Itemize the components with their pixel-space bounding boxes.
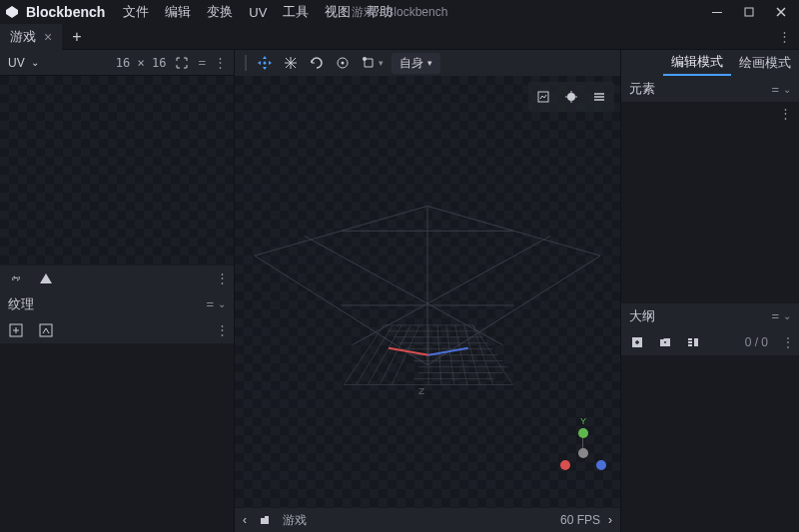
- mode-tabs: 编辑模式 绘画模式: [621, 50, 799, 76]
- outline-count: 0 / 0: [745, 335, 768, 349]
- texture-list: [0, 343, 234, 533]
- project-tab-active[interactable]: 游戏 ×: [0, 24, 62, 50]
- outline-more-icon[interactable]: ⋮: [782, 335, 793, 349]
- tab-close-icon[interactable]: ×: [44, 29, 52, 45]
- viewport-3d[interactable]: Z Y: [235, 76, 620, 508]
- close-button[interactable]: [767, 2, 795, 22]
- svg-point-7: [363, 57, 367, 61]
- menu-tools[interactable]: 工具: [275, 3, 317, 21]
- move-tool-icon[interactable]: [253, 51, 277, 75]
- pivot-tool-icon[interactable]: [331, 51, 355, 75]
- history-back-icon[interactable]: ‹: [243, 513, 247, 527]
- texture-panel-header[interactable]: 纹理 = ⌄: [0, 291, 234, 317]
- main-toolbar: ▾ 自身 ▾: [235, 50, 620, 76]
- maximize-button[interactable]: [735, 2, 763, 22]
- texture-more-icon[interactable]: ⋮: [216, 322, 228, 337]
- texture-caret-icon[interactable]: ⌄: [218, 298, 226, 309]
- statusbar: ‹ 游戏 60 FPS ›: [235, 508, 620, 532]
- vertex-dropdown-icon[interactable]: ▾: [379, 58, 384, 68]
- shading-icon[interactable]: [559, 85, 583, 109]
- axis-label-z: Z: [418, 385, 424, 396]
- menu-uv[interactable]: UV: [241, 5, 275, 20]
- pivot-label: 自身: [400, 55, 423, 72]
- vertex-tool-icon[interactable]: [357, 51, 381, 75]
- import-texture-icon[interactable]: [36, 320, 56, 340]
- elements-tools: ⋮: [621, 102, 799, 126]
- uv-canvas[interactable]: [0, 76, 234, 266]
- texture-eq-icon[interactable]: =: [206, 296, 214, 311]
- svg-point-6: [342, 62, 345, 65]
- warning-icon[interactable]: [36, 268, 56, 288]
- tab-overflow-icon[interactable]: ⋮: [770, 29, 799, 44]
- svg-point-4: [264, 62, 267, 65]
- outline-toolbar: 0 / 0 ⋮: [621, 329, 799, 355]
- svg-rect-14: [688, 341, 692, 343]
- outline-list: [621, 355, 799, 533]
- elements-caret-icon[interactable]: ⌄: [783, 84, 791, 95]
- link-icon[interactable]: [6, 268, 26, 288]
- pivot-caret-icon: ▾: [427, 58, 432, 68]
- texture-toolbar: ⋮: [0, 317, 234, 343]
- svg-rect-13: [688, 338, 692, 340]
- screenshot-icon[interactable]: [531, 85, 555, 109]
- app-name: Blockbench: [26, 4, 105, 20]
- toolbar-separator: [245, 55, 247, 71]
- elements-more-icon[interactable]: ⋮: [779, 106, 791, 122]
- uv-more-icon[interactable]: ⋮: [214, 55, 226, 70]
- window-title: 游戏 - Blockbench: [352, 4, 448, 21]
- elements-list: [621, 126, 799, 303]
- tab-label: 游戏: [10, 28, 36, 46]
- add-group-icon[interactable]: [655, 332, 675, 352]
- outline-title: 大纲: [629, 307, 655, 325]
- svg-point-11: [567, 93, 575, 101]
- project-icon: [255, 510, 275, 530]
- elements-title: 元素: [629, 80, 655, 98]
- outline-panel-header[interactable]: 大纲 = ⌄: [621, 303, 799, 329]
- uv-label: UV: [8, 56, 25, 70]
- app-logo: [4, 4, 20, 20]
- history-forward-icon[interactable]: ›: [608, 513, 612, 527]
- project-tabs: 游戏 × + ⋮: [0, 24, 799, 50]
- svg-rect-16: [694, 338, 698, 346]
- menu-edit[interactable]: 编辑: [157, 3, 199, 21]
- svg-rect-3: [40, 324, 52, 336]
- add-texture-icon[interactable]: [6, 320, 26, 340]
- uv-eq-icon[interactable]: =: [198, 55, 206, 70]
- rotate-tool-icon[interactable]: [305, 51, 329, 75]
- svg-rect-15: [688, 344, 692, 346]
- uv-tools: ⋮: [0, 266, 234, 291]
- uv-dimensions: 16 × 16: [116, 56, 167, 70]
- minimize-button[interactable]: [703, 2, 731, 22]
- uv-toolbar: UV ⌄ 16 × 16 = ⋮: [0, 50, 234, 76]
- toggle-list-icon[interactable]: [683, 332, 703, 352]
- outline-caret-icon[interactable]: ⌄: [783, 310, 791, 321]
- menu-transform[interactable]: 变换: [199, 3, 241, 21]
- fullscreen-icon[interactable]: [172, 53, 192, 73]
- pivot-selector[interactable]: 自身 ▾: [392, 53, 440, 74]
- project-name: 游戏: [283, 512, 307, 529]
- uv-caret-icon[interactable]: ⌄: [31, 57, 39, 68]
- elements-panel-header[interactable]: 元素 = ⌄: [621, 76, 799, 102]
- fps-counter: 60 FPS: [560, 513, 600, 527]
- tab-add-button[interactable]: +: [62, 28, 91, 46]
- texture-title: 纹理: [8, 295, 34, 313]
- outline-eq-icon[interactable]: =: [771, 308, 779, 323]
- viewport-menu-icon[interactable]: [587, 85, 611, 109]
- menu-file[interactable]: 文件: [115, 3, 157, 21]
- orientation-gizmo[interactable]: Y: [558, 428, 608, 478]
- resize-tool-icon[interactable]: [279, 51, 303, 75]
- mode-tab-edit[interactable]: 编辑模式: [663, 50, 731, 76]
- svg-rect-1: [745, 8, 753, 16]
- uv-tools-more-icon[interactable]: ⋮: [216, 270, 228, 285]
- mode-tab-paint[interactable]: 绘画模式: [731, 50, 799, 76]
- elements-eq-icon[interactable]: =: [771, 82, 779, 97]
- titlebar: Blockbench 文件 编辑 变换 UV 工具 视图 帮助 游戏 - Blo…: [0, 0, 799, 24]
- add-cube-icon[interactable]: [627, 332, 647, 352]
- svg-rect-0: [712, 12, 722, 13]
